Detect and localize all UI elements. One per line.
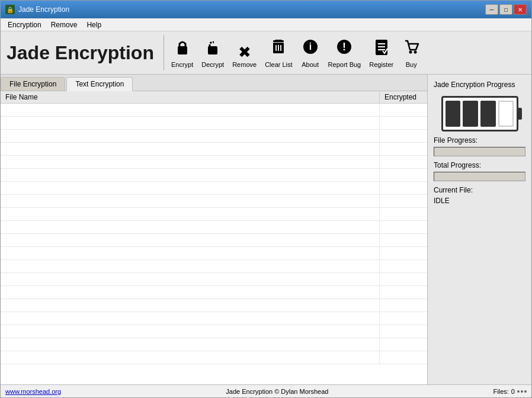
column-header-encrypted: Encrypted	[380, 91, 427, 103]
file-row	[1, 182, 427, 195]
report-bug-button[interactable]: ! Report Bug	[325, 36, 365, 70]
menu-bar: Encryption Remove Help	[1, 18, 531, 31]
file-progress-section: File Progress:	[434, 136, 525, 156]
main-window: 🔒 Jade Encryption ─ □ ✕ Encryption Remov…	[0, 0, 532, 398]
svg-rect-1	[208, 46, 217, 54]
file-row	[1, 234, 427, 247]
column-header-name: File Name	[1, 91, 380, 103]
buy-icon	[403, 38, 419, 60]
current-file-value: IDLE	[434, 197, 525, 205]
decrypt-icon	[204, 38, 221, 60]
title-bar-left: 🔒 Jade Encryption	[5, 5, 69, 14]
battery-indicator	[441, 96, 518, 131]
status-dot-3	[524, 390, 527, 393]
svg-rect-2	[214, 41, 217, 46]
clear-list-label: Clear List	[265, 61, 292, 68]
minimize-button[interactable]: ─	[485, 4, 498, 15]
progress-title: Jade Encryption Progress	[434, 81, 525, 89]
close-button[interactable]: ✕	[514, 4, 527, 15]
file-row	[1, 273, 427, 286]
current-file-section: Current File: IDLE	[434, 186, 525, 205]
file-progress-label: File Progress:	[434, 136, 525, 145]
file-row	[1, 208, 427, 221]
encrypt-button[interactable]: Encrypt	[168, 36, 197, 70]
encrypt-icon	[174, 38, 191, 60]
total-progress-label: Total Progress:	[434, 161, 525, 169]
current-file-label: Current File:	[434, 186, 525, 194]
file-row	[1, 286, 427, 299]
battery-segment-1	[446, 101, 461, 127]
svg-text:i: i	[309, 41, 311, 52]
battery-segment-4	[498, 101, 514, 127]
copyright-text: Jade Encryption © Dylan Morshead	[226, 388, 328, 395]
status-bar: www.morshead.org Jade Encryption © Dylan…	[1, 384, 531, 397]
file-row	[1, 117, 427, 130]
files-label: Files:	[493, 388, 509, 395]
menu-help[interactable]: Help	[82, 20, 106, 30]
status-right: Files: 0	[493, 388, 527, 395]
about-icon: i	[302, 38, 319, 60]
file-row	[1, 143, 427, 156]
title-bar: 🔒 Jade Encryption ─ □ ✕	[1, 1, 531, 18]
file-list-header: File Name Encrypted	[1, 91, 427, 104]
remove-icon: ✖	[238, 44, 251, 60]
status-dots	[517, 390, 527, 393]
battery-segment-3	[480, 101, 496, 127]
total-progress-bar	[434, 172, 525, 181]
report-bug-label: Report Bug	[328, 61, 361, 68]
svg-point-18	[414, 50, 417, 53]
file-row	[1, 260, 427, 273]
file-row	[1, 169, 427, 182]
toolbar: Jade Encryption Encrypt	[1, 31, 531, 75]
file-row	[1, 195, 427, 208]
buy-label: Buy	[406, 61, 417, 68]
decrypt-label: Decrypt	[201, 61, 224, 68]
status-dot-1	[517, 390, 520, 393]
main-content: File Encryption Text Encryption File Nam…	[1, 75, 531, 384]
report-bug-icon: !	[336, 38, 352, 60]
file-progress-bar	[434, 147, 525, 156]
svg-text:!: !	[342, 41, 346, 53]
app-title: Jade Encryption	[7, 42, 154, 64]
file-row	[1, 351, 427, 364]
left-panel: File Encryption Text Encryption File Nam…	[1, 75, 428, 384]
file-row	[1, 338, 427, 351]
file-row	[1, 104, 427, 117]
about-label: About	[302, 61, 319, 68]
app-icon: 🔒	[5, 5, 15, 14]
remove-label: Remove	[232, 61, 257, 68]
svg-rect-0	[178, 46, 187, 54]
total-progress-section: Total Progress:	[434, 161, 525, 181]
clear-list-button[interactable]: Clear List	[261, 36, 296, 70]
toolbar-buttons: Encrypt Decrypt ✖ Remove	[168, 36, 424, 70]
tab-bar: File Encryption Text Encryption	[1, 75, 427, 91]
clear-list-icon	[270, 38, 287, 60]
tab-text-encryption[interactable]: Text Encryption	[66, 77, 133, 91]
file-row	[1, 156, 427, 169]
decrypt-button[interactable]: Decrypt	[198, 36, 227, 70]
file-row	[1, 325, 427, 338]
remove-button[interactable]: ✖ Remove	[229, 42, 260, 70]
website-link[interactable]: www.morshead.org	[5, 388, 61, 395]
register-button[interactable]: Register	[366, 36, 397, 70]
file-row	[1, 299, 427, 312]
svg-point-17	[409, 50, 412, 53]
svg-rect-4	[275, 40, 282, 41]
file-row	[1, 130, 427, 143]
file-list: File Name Encrypted	[1, 91, 427, 384]
battery-segment-2	[463, 101, 478, 127]
maximize-button[interactable]: □	[499, 4, 512, 15]
about-button[interactable]: i About	[297, 36, 323, 70]
file-row	[1, 247, 427, 260]
files-count: 0	[511, 388, 515, 395]
status-dot-2	[521, 390, 523, 393]
register-label: Register	[369, 61, 393, 68]
file-row	[1, 221, 427, 234]
window-title: Jade Encryption	[18, 5, 69, 14]
tab-file-encryption[interactable]: File Encryption	[1, 77, 65, 91]
menu-encryption[interactable]: Encryption	[3, 20, 46, 30]
buy-button[interactable]: Buy	[398, 36, 424, 70]
file-list-rows	[1, 104, 427, 364]
toolbar-separator	[164, 35, 164, 70]
menu-remove[interactable]: Remove	[46, 20, 82, 30]
